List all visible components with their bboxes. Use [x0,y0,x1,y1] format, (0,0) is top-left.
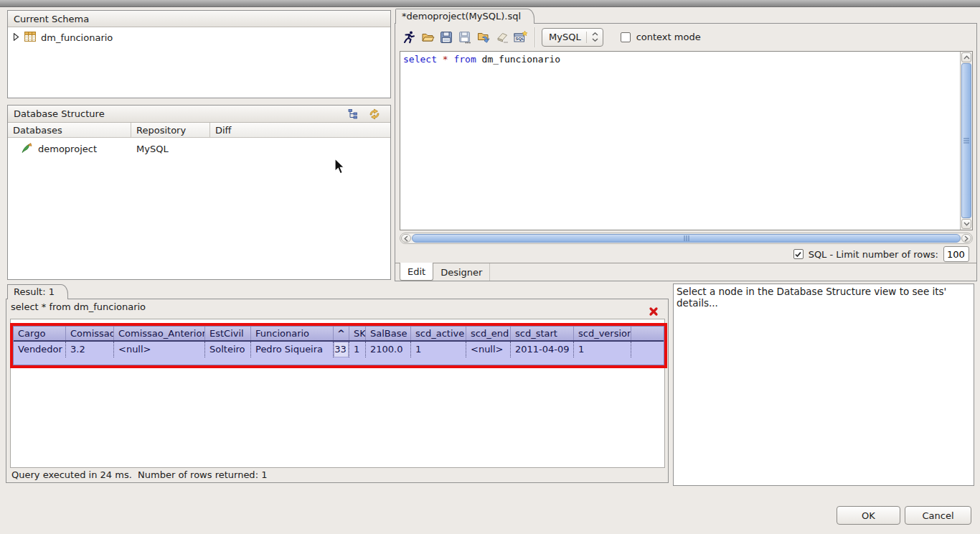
col-salbase[interactable]: SalBase [366,327,411,340]
result-query-text: select * from dm_funcionario [11,301,146,312]
sql-editor-tab-label: *demoproject(MySQL).sql [402,11,521,22]
database-explorer-dialog: Current Schema dm_funcionario Database S… [0,0,980,534]
cell-selected[interactable]: 33 [334,342,349,357]
tree-item-label: dm_funcionario [41,32,113,43]
cell-comissao-anterior[interactable]: <null> [114,342,205,357]
save-icon[interactable] [437,28,456,47]
close-result-icon[interactable] [648,306,659,317]
sql-query-input[interactable]: select * from dm_funcionario [400,52,960,230]
query-status-text: Query executed in 24 ms. Number of rows … [11,469,267,480]
open-file-icon[interactable] [418,28,437,47]
cell-scd-start[interactable]: 2011-04-09 [511,342,574,357]
context-mode-checkbox[interactable] [621,32,631,42]
col-scd-start[interactable]: scd_start [511,327,574,340]
editor-horizontal-scrollbar[interactable] [400,233,973,244]
spinner-icon [592,32,598,42]
sql-editor-area: select * from dm_funcionario [400,51,973,230]
column-header-databases[interactable]: Databases [8,125,131,136]
expander-icon[interactable] [13,32,19,43]
limit-rows-label: SQL - Limit number of rows: [809,249,938,260]
column-header-repository[interactable]: Repository [131,123,209,137]
horizontal-scroll-thumb[interactable] [412,234,961,243]
database-repository: MySQL [131,144,209,154]
database-row-demoproject[interactable]: demoproject MySQL [8,141,390,156]
export-icon[interactable] [474,28,493,47]
sql-keyword: from [453,54,476,65]
svg-text:SQL: SQL [516,37,525,41]
tree-item-dm-funcionario[interactable]: dm_funcionario [8,27,390,44]
clear-eraser-icon[interactable] [493,28,512,47]
expand-tree-icon[interactable] [346,108,360,121]
result-table-row[interactable]: Vendedor 3.2 <null> Solteiro Pedro Sique… [14,342,664,357]
cell-sk[interactable]: 1 [349,342,366,357]
database-name: demoproject [38,144,97,154]
cell-funcionario[interactable]: Pedro Siqueira [251,342,334,357]
cell-comissao[interactable]: 3.2 [66,342,114,357]
sql-star: * [443,54,448,65]
tab-edit[interactable]: Edit [400,263,433,281]
col-scd-active[interactable]: scd_active [411,327,466,340]
toolbar-separator [534,27,535,47]
window-top-strip [0,0,980,7]
editor-vertical-scrollbar[interactable] [960,52,972,230]
current-schema-title: Current Schema [14,14,89,24]
result-tab-label: Result: 1 [14,286,55,297]
scroll-left-icon[interactable] [401,234,411,243]
mouse-cursor [334,158,347,178]
limit-rows-checkbox[interactable] [793,249,804,259]
column-header-diff[interactable]: Diff [209,123,390,137]
col-scd-end[interactable]: scd_end [466,327,511,340]
cancel-button[interactable]: Cancel [905,506,971,525]
cell-scd-active[interactable]: 1 [411,342,466,357]
ok-button[interactable]: OK [837,506,900,525]
cell-scd-version[interactable]: 1 [574,342,631,357]
tab-designer[interactable]: Designer [433,263,490,281]
database-structure-column-header: Databases Repository Diff [8,123,390,138]
current-schema-panel: Current Schema dm_funcionario [7,10,391,98]
table-icon [24,32,36,44]
row-limit-control: SQL - Limit number of rows: [793,246,969,262]
highlighted-result-table: Cargo Comissao Comissao_Anterior EstCivi… [10,323,667,368]
sql-keyword: select [403,54,437,65]
editor-mode-tabs: Edit Designer [395,263,976,281]
context-mode-label: context mode [636,32,701,42]
sql-editor-tab[interactable]: *demoproject(MySQL).sql [395,9,534,24]
sql-editor-panel: SQL MySQL context mode select * from dm_… [395,23,977,281]
col-funcionario[interactable]: Funcionario [251,327,334,340]
col-comissao-anterior[interactable]: Comissao_Anterior [114,327,205,340]
cell-scd-end[interactable]: <null> [466,342,511,357]
run-query-icon[interactable] [400,28,418,47]
database-structure-header: Database Structure [8,106,390,123]
col-scd-version[interactable]: scd_version [574,327,631,340]
cell-salbase[interactable]: 2100.0 [366,342,411,357]
cell-estcivil[interactable]: Solteiro [205,342,251,357]
node-details-panel: Select a node in the Database Structure … [673,284,974,486]
vertical-scroll-thumb[interactable] [961,63,971,218]
database-structure-panel: Database Structure Databases Repository … [7,105,391,280]
scroll-right-icon[interactable] [961,234,971,243]
col-estcivil[interactable]: EstCivil [205,327,251,340]
refresh-icon[interactable] [367,108,382,121]
scroll-up-icon[interactable] [961,52,971,62]
current-schema-header: Current Schema [8,11,390,27]
database-structure-title: Database Structure [14,108,105,119]
sort-indicator-icon[interactable]: ^ [334,327,349,340]
details-placeholder-text: Select a node in the Database Structure … [677,286,946,309]
result-panel: select * from dm_funcionario Cargo Comis… [6,299,669,483]
database-selector-value: MySQL [549,32,581,42]
col-sk[interactable]: SK [349,327,366,340]
new-sql-icon[interactable]: SQL [512,28,530,47]
database-selector[interactable]: MySQL [542,28,603,47]
scroll-down-icon[interactable] [961,219,971,229]
result-table-header: Cargo Comissao Comissao_Anterior EstCivi… [14,327,664,342]
sql-toolbar: SQL MySQL context mode [395,24,976,50]
col-cargo[interactable]: Cargo [14,327,66,340]
sql-table-name: dm_funcionario [482,54,561,65]
cell-cargo[interactable]: Vendedor [14,342,66,357]
row-limit-input[interactable] [943,246,969,262]
db-connection-icon [21,142,33,156]
save-as-icon[interactable] [456,28,474,47]
result-tab[interactable]: Result: 1 [7,284,68,299]
col-comissao[interactable]: Comissao [66,327,114,340]
